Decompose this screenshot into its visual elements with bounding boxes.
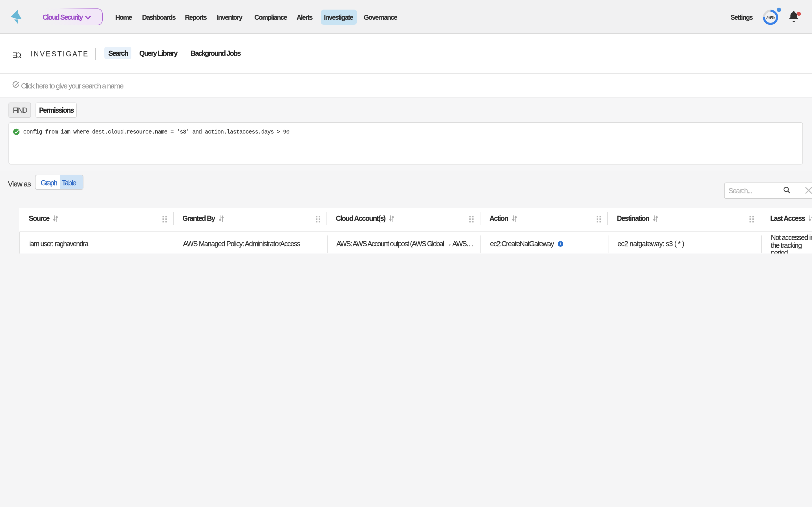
svg-text:76%: 76%	[765, 15, 775, 20]
